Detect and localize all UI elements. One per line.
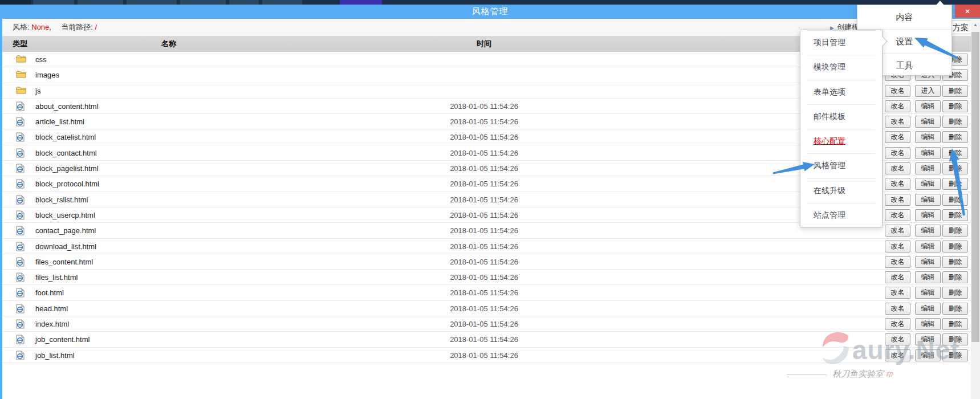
delete-button[interactable]: 删除 (942, 271, 968, 283)
file-time: 2018-01-05 11:54:26 (447, 176, 521, 192)
enter-edit-button[interactable]: 编辑 (915, 178, 941, 190)
html-file-icon (16, 257, 26, 267)
close-button[interactable]: × (955, 5, 980, 18)
rename-button[interactable]: 改名 (885, 147, 910, 159)
current-style-path: 风格: None, 当前路径: / (13, 19, 97, 36)
enter-edit-button[interactable]: 编辑 (915, 241, 941, 253)
rename-button[interactable]: 改名 (885, 209, 910, 221)
rename-button[interactable]: 改名 (885, 271, 910, 283)
file-name: job_list.html (35, 348, 75, 363)
delete-button[interactable]: 删除 (942, 349, 968, 361)
rename-button[interactable]: 改名 (885, 116, 910, 128)
delete-button[interactable]: 删除 (942, 209, 968, 221)
rename-button[interactable]: 改名 (885, 194, 910, 206)
enter-edit-button[interactable]: 编辑 (915, 303, 941, 315)
file-name: about_content.html (35, 99, 99, 114)
enter-edit-button[interactable]: 编辑 (915, 318, 941, 330)
navbar-tab[interactable] (127, 0, 177, 5)
file-time: 2018-01-05 11:54:26 (447, 99, 521, 114)
delete-button[interactable]: 删除 (942, 178, 968, 190)
table-row: download_list.html 2018-01-05 11:54:26 改… (2, 239, 971, 254)
delete-button[interactable]: 删除 (942, 256, 968, 268)
enter-edit-button[interactable]: 编辑 (915, 256, 941, 268)
navbar-tab[interactable] (180, 0, 226, 5)
delete-button[interactable]: 删除 (942, 100, 968, 112)
enter-edit-button[interactable]: 编辑 (915, 131, 941, 143)
delete-button[interactable]: 删除 (942, 225, 968, 237)
enter-edit-button[interactable]: 编辑 (915, 116, 941, 128)
enter-edit-button[interactable]: 编辑 (915, 333, 941, 345)
rename-button[interactable]: 改名 (885, 178, 910, 190)
enter-edit-button[interactable]: 编辑 (915, 209, 941, 221)
delete-button[interactable]: 删除 (942, 303, 968, 315)
flyout-item-module[interactable]: 模块管理 (800, 55, 882, 79)
enter-edit-button[interactable]: 编辑 (915, 287, 941, 299)
delete-button[interactable]: 删除 (942, 318, 968, 330)
navbar-tab[interactable] (78, 0, 123, 5)
navbar-tab[interactable] (33, 0, 74, 5)
table-row: index.html 2018-01-05 11:54:26 改名 编辑 删除 (2, 316, 971, 332)
enter-edit-button[interactable]: 进入 (915, 85, 941, 97)
flyout-item-core-config[interactable]: 核心配置 (800, 129, 882, 153)
flyout-item-form[interactable]: 表单选项 (800, 80, 882, 104)
file-name: download_list.html (35, 239, 96, 254)
delete-button[interactable]: 删除 (942, 147, 968, 159)
html-file-icon (16, 210, 26, 220)
file-time: 2018-01-05 11:54:26 (447, 223, 521, 238)
enter-edit-button[interactable]: 编辑 (915, 162, 941, 174)
navbar-tab-active[interactable] (340, 0, 382, 5)
navbar-tab[interactable] (0, 0, 31, 5)
rename-button[interactable]: 改名 (885, 333, 910, 345)
html-file-icon (16, 272, 26, 282)
rename-button[interactable]: 改名 (885, 131, 910, 143)
delete-button[interactable]: 删除 (942, 241, 968, 253)
html-file-icon (16, 117, 26, 127)
enter-edit-button[interactable]: 编辑 (915, 100, 941, 112)
enter-edit-button[interactable]: 编辑 (915, 271, 941, 283)
scrollbar-thumb[interactable] (971, 32, 979, 342)
enter-edit-button[interactable]: 编辑 (915, 194, 941, 206)
delete-button[interactable]: 删除 (942, 85, 968, 97)
rename-button[interactable]: 改名 (885, 100, 910, 112)
enter-edit-button[interactable]: 编辑 (915, 349, 941, 361)
path-value[interactable]: / (95, 23, 97, 31)
rename-button[interactable]: 改名 (885, 241, 910, 253)
file-time: 2018-01-05 11:54:26 (447, 285, 521, 300)
folder-icon (16, 86, 26, 96)
flyout-item-project[interactable]: 项目管理 (800, 30, 882, 55)
rename-button[interactable]: 改名 (885, 349, 910, 361)
delete-button[interactable]: 删除 (942, 287, 968, 299)
html-file-icon (16, 132, 26, 142)
flyout-item-style[interactable]: 风格管理 (800, 153, 882, 178)
menu-item-content[interactable]: 内容 (857, 5, 951, 29)
vertical-scrollbar[interactable]: ▲ (971, 21, 980, 399)
delete-button[interactable]: 删除 (942, 194, 968, 206)
delete-button[interactable]: 删除 (942, 116, 968, 128)
html-file-icon (16, 101, 26, 111)
rename-button[interactable]: 改名 (885, 162, 910, 174)
file-time: 2018-01-05 11:54:26 (447, 270, 521, 285)
flyout-item-mail[interactable]: 邮件模板 (800, 104, 882, 129)
delete-button[interactable]: 删除 (942, 162, 968, 174)
rename-button[interactable]: 改名 (885, 256, 910, 268)
scroll-up-arrow-icon[interactable]: ▲ (971, 21, 980, 30)
header-time: 时间 (447, 36, 521, 52)
dialog-titlebar: 风格管理 (0, 5, 980, 19)
flyout-item-site[interactable]: 站点管理 (800, 203, 882, 227)
rename-button[interactable]: 改名 (885, 85, 910, 97)
rename-button[interactable]: 改名 (885, 303, 910, 315)
navbar-tab[interactable] (262, 0, 302, 5)
flyout-item-upgrade[interactable]: 在线升级 (800, 178, 882, 203)
delete-button[interactable]: 删除 (942, 333, 968, 345)
rename-button[interactable]: 改名 (885, 287, 910, 299)
file-time: 2018-01-05 11:54:26 (447, 254, 521, 270)
file-time: 2018-01-05 11:54:26 (447, 316, 521, 332)
enter-edit-button[interactable]: 编辑 (915, 225, 941, 237)
enter-edit-button[interactable]: 编辑 (915, 147, 941, 159)
seal-icon: 印 (886, 371, 892, 378)
delete-button[interactable]: 删除 (942, 131, 968, 143)
navbar-tab[interactable] (229, 0, 259, 5)
rename-button[interactable]: 改名 (885, 318, 910, 330)
rename-button[interactable]: 改名 (885, 225, 910, 237)
file-name: contact_page.html (35, 223, 96, 238)
